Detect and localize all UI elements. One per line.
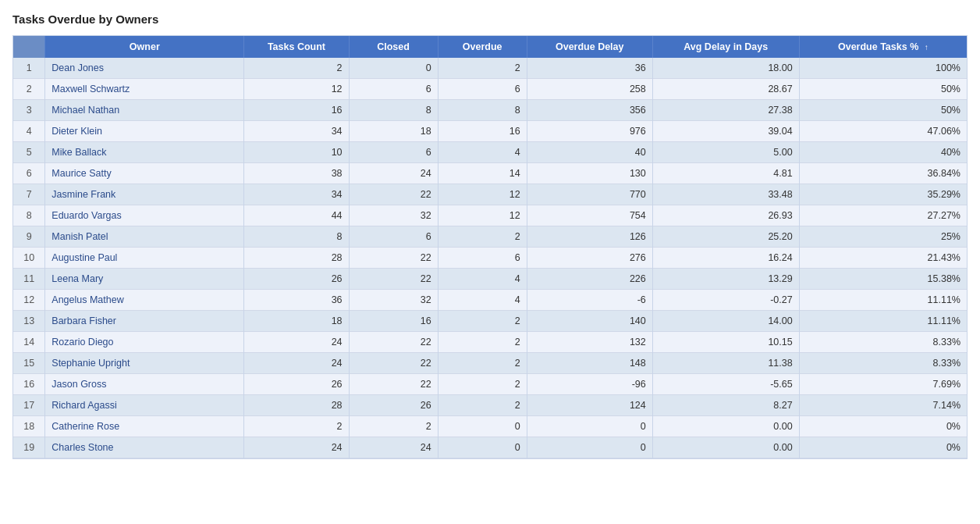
cell-index: 18 xyxy=(13,416,45,437)
cell-overdue: 6 xyxy=(438,79,527,100)
cell-owner: Catherine Rose xyxy=(45,416,244,437)
cell-owner: Angelus Mathew xyxy=(45,290,244,311)
cell-tasks-count: 18 xyxy=(244,311,349,332)
cell-owner: Jasmine Frank xyxy=(45,184,244,205)
tasks-overdue-table: Owner Tasks Count Closed Overdue Overdue… xyxy=(13,36,967,458)
cell-overdue: 12 xyxy=(438,205,527,226)
cell-avg-delay: 33.48 xyxy=(652,184,799,205)
table-row: 7Jasmine Frank34221277033.4835.29% xyxy=(13,184,967,205)
cell-owner: Jason Gross xyxy=(45,374,244,395)
cell-overdue-delay: -96 xyxy=(527,374,652,395)
col-header-closed[interactable]: Closed xyxy=(349,36,438,58)
cell-index: 4 xyxy=(13,121,45,142)
col-header-owner[interactable]: Owner xyxy=(45,36,244,58)
cell-tasks-count: 10 xyxy=(244,142,349,163)
cell-overdue-delay: 226 xyxy=(527,269,652,290)
cell-owner: Maxwell Schwartz xyxy=(45,79,244,100)
cell-overdue: 2 xyxy=(438,332,527,353)
cell-closed: 22 xyxy=(349,184,438,205)
cell-tasks-count: 28 xyxy=(244,248,349,269)
col-header-tasks-count[interactable]: Tasks Count xyxy=(244,36,349,58)
cell-overdue-pct: 11.11% xyxy=(799,290,967,311)
col-header-overdue-pct[interactable]: Overdue Tasks % ↑ xyxy=(799,36,967,58)
cell-avg-delay: 4.81 xyxy=(652,163,799,184)
cell-closed: 18 xyxy=(349,121,438,142)
table-row: 4Dieter Klein34181697639.0447.06% xyxy=(13,121,967,142)
cell-avg-delay: 26.93 xyxy=(652,205,799,226)
cell-avg-delay: 0.00 xyxy=(652,416,799,437)
cell-overdue-pct: 11.11% xyxy=(799,311,967,332)
cell-overdue-pct: 25% xyxy=(799,226,967,248)
cell-overdue-delay: 356 xyxy=(527,100,652,121)
col-header-overdue-delay[interactable]: Overdue Delay xyxy=(527,36,652,58)
cell-closed: 26 xyxy=(349,395,438,416)
cell-tasks-count: 26 xyxy=(244,269,349,290)
cell-tasks-count: 2 xyxy=(244,416,349,437)
cell-owner: Barbara Fisher xyxy=(45,311,244,332)
cell-index: 16 xyxy=(13,374,45,395)
cell-overdue-pct: 0% xyxy=(799,416,967,437)
cell-index: 13 xyxy=(13,311,45,332)
cell-overdue: 2 xyxy=(438,58,527,79)
table-row: 18Catherine Rose22000.000% xyxy=(13,416,967,437)
cell-avg-delay: 5.00 xyxy=(652,142,799,163)
cell-closed: 6 xyxy=(349,79,438,100)
cell-owner: Dieter Klein xyxy=(45,121,244,142)
cell-tasks-count: 38 xyxy=(244,163,349,184)
cell-index: 2 xyxy=(13,79,45,100)
cell-owner: Michael Nathan xyxy=(45,100,244,121)
cell-overdue: 4 xyxy=(438,290,527,311)
cell-overdue-delay: 258 xyxy=(527,79,652,100)
table-header-row: Owner Tasks Count Closed Overdue Overdue… xyxy=(13,36,967,58)
cell-owner: Augustine Paul xyxy=(45,248,244,269)
cell-tasks-count: 24 xyxy=(244,353,349,374)
cell-tasks-count: 16 xyxy=(244,100,349,121)
cell-closed: 6 xyxy=(349,226,438,248)
cell-closed: 32 xyxy=(349,290,438,311)
cell-avg-delay: 25.20 xyxy=(652,226,799,248)
cell-tasks-count: 24 xyxy=(244,332,349,353)
cell-overdue-delay: 36 xyxy=(527,58,652,79)
cell-closed: 32 xyxy=(349,205,438,226)
sort-asc-icon: ↑ xyxy=(925,43,929,52)
cell-overdue-delay: -6 xyxy=(527,290,652,311)
cell-avg-delay: 11.38 xyxy=(652,353,799,374)
cell-index: 1 xyxy=(13,58,45,79)
cell-overdue: 14 xyxy=(438,163,527,184)
cell-tasks-count: 24 xyxy=(244,437,349,458)
cell-closed: 22 xyxy=(349,269,438,290)
cell-overdue-pct: 15.38% xyxy=(799,269,967,290)
col-header-avg-delay[interactable]: Avg Delay in Days xyxy=(652,36,799,58)
cell-overdue: 12 xyxy=(438,184,527,205)
cell-overdue-delay: 148 xyxy=(527,353,652,374)
cell-avg-delay: 8.27 xyxy=(652,395,799,416)
cell-tasks-count: 44 xyxy=(244,205,349,226)
cell-closed: 6 xyxy=(349,142,438,163)
cell-index: 7 xyxy=(13,184,45,205)
col-header-overdue[interactable]: Overdue xyxy=(438,36,527,58)
cell-overdue-delay: 770 xyxy=(527,184,652,205)
cell-avg-delay: -0.27 xyxy=(652,290,799,311)
cell-index: 11 xyxy=(13,269,45,290)
cell-avg-delay: 0.00 xyxy=(652,437,799,458)
cell-tasks-count: 2 xyxy=(244,58,349,79)
cell-tasks-count: 28 xyxy=(244,395,349,416)
cell-overdue-delay: 976 xyxy=(527,121,652,142)
cell-overdue: 2 xyxy=(438,311,527,332)
cell-closed: 22 xyxy=(349,353,438,374)
cell-overdue-pct: 40% xyxy=(799,142,967,163)
cell-closed: 2 xyxy=(349,416,438,437)
cell-index: 5 xyxy=(13,142,45,163)
cell-overdue: 4 xyxy=(438,269,527,290)
table-row: 9Manish Patel86212625.2025% xyxy=(13,226,967,248)
cell-overdue: 2 xyxy=(438,374,527,395)
cell-avg-delay: 10.15 xyxy=(652,332,799,353)
cell-owner: Mike Ballack xyxy=(45,142,244,163)
cell-overdue-pct: 8.33% xyxy=(799,353,967,374)
cell-closed: 0 xyxy=(349,58,438,79)
cell-index: 15 xyxy=(13,353,45,374)
cell-tasks-count: 26 xyxy=(244,374,349,395)
table-row: 11Leena Mary2622422613.2915.38% xyxy=(13,269,967,290)
cell-owner: Stephanie Upright xyxy=(45,353,244,374)
cell-owner: Manish Patel xyxy=(45,226,244,248)
